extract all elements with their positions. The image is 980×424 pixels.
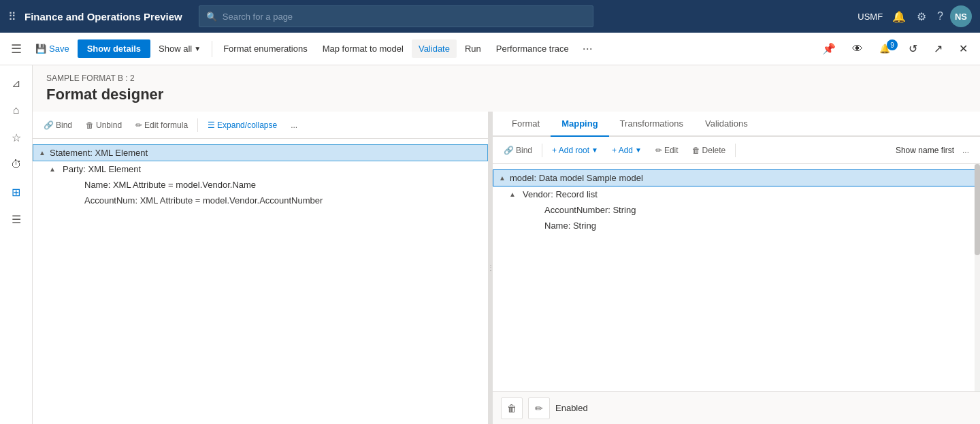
- mapping-item-vendor[interactable]: ▲ Vendor: Record list: [493, 186, 980, 202]
- sidebar-item-modules[interactable]: ☰: [4, 207, 29, 231]
- format-enumerations-button[interactable]: Format enumerations: [216, 39, 314, 58]
- tree-item-accountnum[interactable]: AccountNum: XML Attribute = model.Vendor…: [33, 193, 488, 208]
- main-layout: ⊿ ⌂ ☆ ⏱ ⊞ ☰ SAMPLE FORMAT B : 2 Format d…: [0, 65, 980, 424]
- edit-formula-label: Edit formula: [144, 120, 188, 130]
- save-icon: 💾: [35, 44, 46, 54]
- mapping-delete-button[interactable]: 🗑 Delete: [687, 143, 732, 158]
- mapping-delete-icon: 🗑: [692, 146, 700, 155]
- tab-format[interactable]: Format: [501, 112, 551, 137]
- edit-formula-icon: ✏: [135, 120, 142, 130]
- ribbon-more-icon[interactable]: ···: [577, 39, 598, 59]
- mapping-more-label: ...: [962, 146, 969, 155]
- expand-icon: ☰: [208, 120, 215, 130]
- tree-item-party-text: Party: XML Element: [63, 164, 141, 174]
- main-content: SAMPLE FORMAT B : 2 Format designer 🔗 Bi…: [33, 65, 980, 424]
- tab-mapping[interactable]: Mapping: [551, 112, 608, 137]
- format-panel: 🔗 Bind 🗑 Unbind ✏ Edit formula ☰ Expa: [33, 112, 489, 424]
- mapping-tb-sep2: [735, 144, 736, 157]
- format-tree: ▲ Statement: XML Element ▲ Party: XML El…: [33, 139, 488, 424]
- mapping-item-vendor-text: Vendor: Record list: [523, 189, 598, 199]
- tab-validations-label: Validations: [705, 118, 748, 129]
- bottom-edit-icon: ✏: [535, 403, 543, 414]
- sidebar-item-home[interactable]: ⌂: [4, 98, 29, 123]
- add-label: + Add: [612, 146, 633, 155]
- mapping-scrollbar-thumb[interactable]: [975, 164, 980, 255]
- help-button[interactable]: ?: [933, 7, 947, 25]
- tab-format-label: Format: [512, 118, 540, 129]
- tree-item-party[interactable]: ▲ Party: XML Element: [33, 161, 488, 177]
- sidebar-item-filter[interactable]: ⊿: [4, 71, 29, 95]
- mapping-bind-label: Bind: [516, 146, 532, 155]
- show-name-first-button[interactable]: Show name first: [896, 146, 954, 155]
- org-label: USMF: [858, 12, 883, 22]
- notifications-count-button[interactable]: 🔔9: [872, 38, 899, 59]
- mapping-tb-sep1: [542, 144, 542, 157]
- app-grid-icon[interactable]: ⠿: [8, 10, 16, 23]
- validate-button[interactable]: Validate: [412, 39, 457, 58]
- mapping-edit-button[interactable]: ✏ Edit: [650, 143, 684, 158]
- run-button[interactable]: Run: [458, 39, 488, 58]
- format-toolbar: 🔗 Bind 🗑 Unbind ✏ Edit formula ☰ Expa: [33, 112, 488, 139]
- tab-validations[interactable]: Validations: [694, 112, 759, 137]
- sidebar-item-workspaces[interactable]: ⊞: [4, 180, 29, 204]
- bottom-edit-button[interactable]: ✏: [528, 397, 550, 419]
- tab-transformations[interactable]: Transformations: [609, 112, 694, 137]
- bind-button[interactable]: 🔗 Bind: [38, 118, 78, 133]
- map-format-button[interactable]: Map format to model: [316, 39, 410, 58]
- save-button[interactable]: 💾 Save: [29, 39, 76, 58]
- unbind-button[interactable]: 🗑 Unbind: [80, 118, 127, 133]
- mapping-bind-button[interactable]: 🔗 Bind: [498, 143, 538, 158]
- format-more-label: ...: [291, 120, 297, 130]
- add-root-chevron-icon: ▼: [591, 146, 598, 154]
- edit-formula-button[interactable]: ✏ Edit formula: [130, 118, 193, 133]
- expand-collapse-button[interactable]: ☰ Expand/collapse: [202, 118, 282, 133]
- unbind-label: Unbind: [96, 120, 122, 130]
- search-bar-container: 🔍: [199, 5, 593, 27]
- toggle-vendor-icon: ▲: [509, 191, 520, 198]
- add-chevron-icon: ▼: [635, 146, 642, 154]
- mapping-delete-label: Delete: [702, 146, 726, 155]
- close-button[interactable]: ✕: [952, 38, 975, 59]
- expand-collapse-label: Expand/collapse: [217, 120, 277, 130]
- breadcrumb: SAMPLE FORMAT B : 2: [46, 74, 966, 83]
- format-more-button[interactable]: ...: [285, 118, 303, 133]
- mapping-edit-label: Edit: [664, 146, 679, 155]
- notifications-button[interactable]: 🔔: [888, 7, 910, 26]
- show-all-button[interactable]: Show all ▼: [152, 39, 208, 58]
- add-button[interactable]: + Add ▼: [606, 143, 647, 158]
- sidebar: ⊿ ⌂ ☆ ⏱ ⊞ ☰: [0, 65, 33, 424]
- settings-button[interactable]: ⚙: [913, 7, 930, 26]
- tab-mapping-label: Mapping: [561, 118, 598, 129]
- mapping-item-model[interactable]: ▲ model: Data model Sample model: [493, 169, 980, 186]
- mapping-panel: Format Mapping Transformations Validatio…: [493, 112, 980, 424]
- ribbon: ☰ 💾 Save Show details Show all ▼ Format …: [0, 33, 980, 65]
- performance-trace-button[interactable]: Performance trace: [489, 39, 576, 58]
- tree-item-statement[interactable]: ▲ Statement: XML Element: [33, 144, 488, 161]
- mapping-tabs: Format Mapping Transformations Validatio…: [493, 112, 980, 137]
- mapping-more-button[interactable]: ...: [957, 143, 975, 158]
- bottom-bar: 🗑 ✏ Enabled: [493, 391, 980, 424]
- unbind-icon: 🗑: [86, 120, 94, 130]
- sidebar-item-favorites[interactable]: ☆: [4, 125, 29, 150]
- pin-button[interactable]: 📌: [815, 38, 843, 59]
- bottom-delete-icon: 🗑: [507, 403, 517, 414]
- eye-button[interactable]: 👁: [845, 38, 870, 59]
- search-input[interactable]: [223, 12, 586, 22]
- sidebar-item-recent[interactable]: ⏱: [4, 152, 29, 177]
- open-external-button[interactable]: ↗: [927, 38, 949, 59]
- show-details-button[interactable]: Show details: [78, 39, 150, 58]
- ribbon-separator-1: [212, 41, 212, 57]
- mapping-item-accountnumber[interactable]: AccountNumber: String: [493, 202, 980, 218]
- add-root-button[interactable]: + Add root ▼: [546, 143, 604, 158]
- mapping-scrollbar[interactable]: [975, 164, 980, 391]
- hamburger-icon[interactable]: ☰: [5, 36, 27, 62]
- bottom-delete-button[interactable]: 🗑: [501, 397, 523, 419]
- mapping-bind-icon: 🔗: [504, 146, 514, 155]
- tree-item-name[interactable]: Name: XML Attribute = model.Vendor.Name: [33, 177, 488, 193]
- avatar[interactable]: NS: [950, 5, 972, 27]
- mapping-item-name[interactable]: Name: String: [493, 218, 980, 233]
- nav-right: USMF 🔔 ⚙ ? NS: [858, 5, 972, 27]
- toggle-model-icon: ▲: [499, 174, 510, 182]
- status-text: Enabled: [555, 403, 588, 413]
- refresh-button[interactable]: ↺: [902, 38, 924, 59]
